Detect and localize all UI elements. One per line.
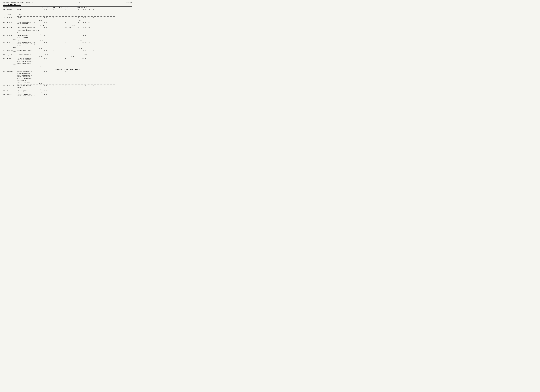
col12-header: 12	[85, 7, 88, 8]
table-row: 29 Ц8-75=1 =ШИНА ОТВЕТВИТЕЛЬНАЯ, ОДНАПОЛ…	[3, 27, 132, 35]
col2-header: 2	[7, 7, 17, 8]
row-c10b: 1,00	[80, 9, 86, 10]
doc-title: А07-3-416.13.87.	[3, 4, 132, 6]
doc-number: 10022014	[126, 2, 132, 3]
dashed-sep	[17, 90, 115, 90]
col10-header: 10	[73, 7, 79, 8]
row-c9: 3	[68, 9, 72, 10]
col9-header: 9	[68, 7, 72, 8]
table-row: 26 15-10=2П.0 =ИЗОЛЯТОР Т.ИП10/630=750=1…	[3, 12, 132, 17]
table-row: 34 Ц8-472=6 =ПРОВОДНИК ЗАЗЕМЛЯЮЩИЙОТКРЫТ…	[3, 58, 132, 68]
dashed-sep	[17, 21, 115, 21]
table-row: 25 Ц8-52=2 =МОНТАЖ * 12,00 • • 4 3 • 1,0…	[3, 9, 132, 12]
page-number: 95	[79, 2, 80, 3]
table-row: 3 33 Ц8-147=3 =ПРОФИЛЬ МОНТАЖНЫЙ 0,01 • …	[3, 54, 132, 57]
table-row: 27 Ц8-52=5 =МОНТАЖ 6,00 • • 4 3 • 1,00 6…	[3, 17, 132, 21]
table-row: 38 С152=179 =ПРОВОДА СИЛОВЫЕ ДЛЯЭЛЕКТРИЧ…	[3, 93, 132, 97]
table-row: 36 01-13Т.3.1 =ТРУБЫ ЭЛЕКТРОСВАРНЫЕД=18Х…	[3, 85, 132, 90]
program-label: ПРОГРАММНЫЙ КОМПЛЕКС АВС-3ЕС ( РЕДАКЦИЯ …	[3, 2, 33, 3]
col11-header: 11	[80, 7, 84, 8]
row-num: 25	[3, 9, 6, 10]
row-c8: 4	[64, 9, 68, 10]
col1-header: 1	[3, 7, 6, 8]
table-row: 31 Ц8-147=4 =КОНСТРУКЦИИ МЕТАЛЛИЧЕСКИЕКА…	[3, 42, 132, 49]
col8-header: 8	[64, 7, 68, 8]
row-c4: 12,00	[43, 9, 47, 10]
col6-header: 6	[55, 7, 59, 8]
row-c10: •	[73, 9, 79, 10]
column-headers: 1 : 2 1 3 1 4 1 5 1 6 1 7 1 8 1 9 : 10 1…	[3, 6, 132, 8]
table-row: 37 ТО =Е =ТО =Е, Д=25Х1,6 1,00 • • 1 • •…	[3, 90, 132, 93]
row-c6: •	[55, 9, 59, 10]
table-row: 32 Ц8-147=20 =МОНТАЖ ПОЛКИ Т.К1163 0,20 …	[3, 50, 132, 54]
col5-header: 5	[48, 7, 54, 8]
dashed-sep	[17, 84, 115, 85]
table-row: 30 Ц8-91=3 =ПЛИТА ПРОХОДНАЯАСБЕСТОЦЕМЕНТ…	[3, 35, 132, 41]
row-code: Ц8-52=2	[7, 9, 17, 10]
row-c12: •	[92, 9, 95, 10]
col4-header: 4	[43, 7, 47, 8]
section-materials-title: МАТЕРИАЛЫ, НЕ УЧТЁННЫЕ ЦЕННИКОМ	[3, 69, 132, 70]
col7-header: 7	[60, 7, 64, 8]
row-desc: =МОНТАЖ *	[17, 9, 42, 10]
page-header: ПРОГРАММНЫЙ КОМПЛЕКС АВС-3ЕС ( РЕДАКЦИЯ …	[3, 2, 132, 3]
row-c5: •	[48, 9, 54, 10]
col3-header: 3	[17, 7, 42, 8]
row-unit: ШТ	[18, 10, 19, 12]
table-row: 28 Ц8-91=4 =КОНСТРУКЦИИ МЕТАЛЛИЧЕСКИЕПОД…	[3, 21, 132, 26]
dashed-sep	[17, 16, 115, 17]
row-c11: 12	[87, 9, 91, 10]
row-c7	[60, 9, 64, 10]
table-row: 35 С151=2178 =КАБЕЛИ КОНТРОЛЬНЫЕ САЛЮМИН…	[3, 71, 132, 85]
